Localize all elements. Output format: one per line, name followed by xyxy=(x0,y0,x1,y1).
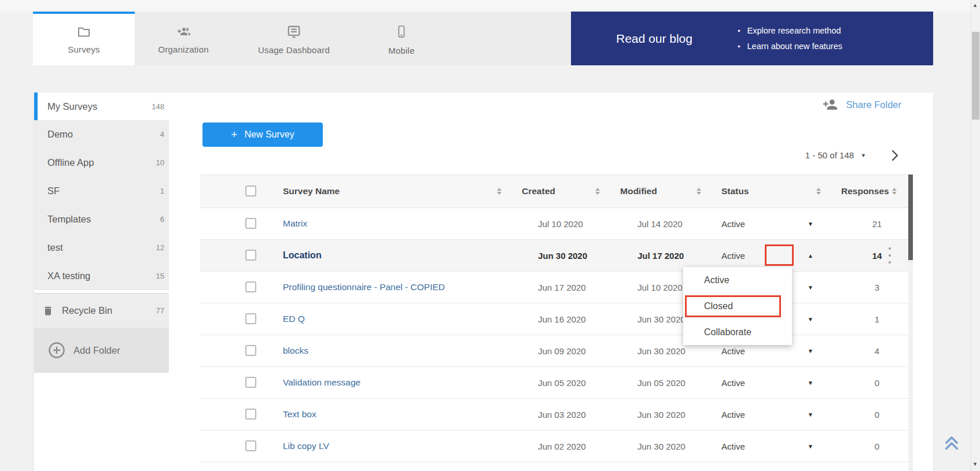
responses-count: 0 xyxy=(842,410,912,420)
next-page-button[interactable] xyxy=(890,149,900,164)
double-chevron-up-icon xyxy=(942,433,961,453)
row-checkbox[interactable] xyxy=(245,218,256,229)
folder-count: 12 xyxy=(156,243,164,252)
row-actions-kebab-icon[interactable] xyxy=(885,247,894,264)
share-folder-button[interactable]: Share Folder xyxy=(822,98,901,111)
row-checkbox[interactable] xyxy=(245,440,256,451)
table-row-lib-copy-lv: Lib copy LVJun 02 2020Jun 30 2020Active▼… xyxy=(200,431,908,462)
sidebar-item-templates[interactable]: Templates 6 xyxy=(34,205,169,233)
row-checkbox[interactable] xyxy=(245,409,256,420)
responses-count: 21 xyxy=(842,219,912,229)
folder-label: Templates xyxy=(47,214,91,225)
status-option-collaborate[interactable]: Collaborate xyxy=(683,319,792,345)
caret-down-icon[interactable]: ▼ xyxy=(808,284,813,291)
pagination-range-selector[interactable]: 1 - 50 of 148 ▼ xyxy=(805,150,866,160)
caret-down-icon[interactable]: ▼ xyxy=(808,348,813,354)
tab-mobile[interactable]: Mobile xyxy=(356,12,447,65)
status-value: Active xyxy=(721,442,745,451)
tab-organization[interactable]: Organization xyxy=(135,12,232,65)
folder-count: 4 xyxy=(160,130,164,139)
back-to-top-button[interactable] xyxy=(942,433,961,455)
add-folder-label: Add Folder xyxy=(73,345,120,356)
created-date: Jun 17 2020 xyxy=(538,283,586,292)
folder-count: 15 xyxy=(156,272,164,280)
sidebar-item-sf[interactable]: SF 1 xyxy=(34,177,169,205)
browser-scrollbar-thumb[interactable] xyxy=(972,32,979,120)
row-checkbox[interactable] xyxy=(245,281,256,292)
caret-down-icon[interactable]: ▼ xyxy=(808,443,813,450)
survey-name-link[interactable]: ED Q xyxy=(283,314,305,324)
new-survey-button[interactable]: + New Survey xyxy=(202,123,323,147)
scrollbar-up-arrow-icon[interactable]: ▲ xyxy=(972,2,978,8)
survey-name-link[interactable]: Profiling questionnaire - Panel - COPIED xyxy=(283,282,445,292)
group-add-icon xyxy=(175,25,192,39)
sort-icon[interactable] xyxy=(892,188,897,195)
sidebar-item-offline-app[interactable]: Offline App 10 xyxy=(34,149,169,177)
survey-name-link[interactable]: Matrix xyxy=(283,218,307,229)
banner-title[interactable]: Read our blog xyxy=(571,32,738,46)
content-card: My Surveys 148Demo 4Offline App 10SF 1Te… xyxy=(34,92,933,471)
blog-banner[interactable]: Read our blog Explore research methodLea… xyxy=(571,12,933,65)
tab-label: Organization xyxy=(158,44,208,54)
status-value: Active xyxy=(721,251,745,261)
row-checkbox[interactable] xyxy=(245,250,256,261)
row-checkbox[interactable] xyxy=(245,377,256,388)
table-header-row: Survey Name Created Modified Status Resp… xyxy=(200,175,908,208)
status-option-active[interactable]: Active xyxy=(683,267,792,293)
tab-usage-dashboard[interactable]: Usage Dashboard xyxy=(232,12,356,65)
modified-date: Jul 10 2020 xyxy=(638,283,683,292)
survey-name-link[interactable]: Lib copy LV xyxy=(283,441,329,451)
tab-surveys[interactable]: Surveys xyxy=(33,12,135,65)
sidebar-item-demo[interactable]: Demo 4 xyxy=(34,120,169,149)
topbar-spacer xyxy=(447,12,571,65)
select-all-checkbox[interactable] xyxy=(245,186,256,196)
caret-down-icon[interactable]: ▼ xyxy=(808,380,813,386)
folder-count: 1 xyxy=(160,187,164,195)
sort-icon[interactable] xyxy=(595,188,600,195)
new-survey-label: New Survey xyxy=(244,129,294,140)
caret-down-icon[interactable]: ▼ xyxy=(808,411,813,418)
folder-label: Demo xyxy=(47,129,73,140)
survey-name-link[interactable]: blocks xyxy=(283,346,308,356)
responses-count: 0 xyxy=(842,378,912,388)
modified-date: Jun 30 2020 xyxy=(638,314,686,324)
sort-icon[interactable] xyxy=(497,188,502,195)
add-folder-button[interactable]: Add Folder xyxy=(34,328,169,373)
top-tabs: Surveys Organization Usage Dashboard Mob… xyxy=(33,12,447,65)
sidebar-item-recycle-bin[interactable]: Recycle Bin 77 xyxy=(34,293,169,328)
survey-name-link[interactable]: Text box xyxy=(283,409,316,420)
tab-label: Usage Dashboard xyxy=(258,45,330,55)
survey-name-link[interactable]: Validation message xyxy=(283,377,360,388)
row-checkbox[interactable] xyxy=(245,313,256,324)
caret-up-icon[interactable]: ▲ xyxy=(808,253,813,259)
column-header-modified[interactable]: Modified xyxy=(620,186,657,196)
column-header-created[interactable]: Created xyxy=(522,186,555,196)
survey-name-link[interactable]: Location xyxy=(283,250,322,261)
created-date: Jun 16 2020 xyxy=(538,314,586,324)
column-header-responses[interactable]: Responses xyxy=(841,186,889,196)
caret-down-icon: ▼ xyxy=(861,153,866,158)
person-add-icon xyxy=(822,98,838,111)
caret-down-icon[interactable]: ▼ xyxy=(808,221,813,227)
banner-bullet: Explore research method xyxy=(738,23,842,39)
folder-count: 10 xyxy=(156,158,164,167)
table-scrollbar-thumb[interactable] xyxy=(908,175,913,260)
caret-down-icon[interactable]: ▼ xyxy=(808,316,813,322)
tab-label: Mobile xyxy=(388,46,414,55)
survey-table: Survey Name Created Modified Status Resp… xyxy=(200,175,908,471)
column-header-survey-name[interactable]: Survey Name xyxy=(283,186,340,196)
sort-icon[interactable] xyxy=(816,188,821,195)
sidebar-item-xa-testing[interactable]: XA testing 15 xyxy=(34,262,169,290)
modified-date: Jun 30 2020 xyxy=(638,442,686,451)
chevron-right-icon xyxy=(890,149,900,162)
column-header-status[interactable]: Status xyxy=(721,186,749,196)
table-row-validation-message: Validation messageJun 05 2020Jun 05 2020… xyxy=(200,367,908,399)
row-checkbox[interactable] xyxy=(245,345,256,356)
status-option-closed[interactable]: Closed xyxy=(683,293,792,319)
scrollbar-down-arrow-icon[interactable]: ▼ xyxy=(972,461,978,467)
sidebar-item-test[interactable]: test 12 xyxy=(34,233,169,262)
sidebar-item-my-surveys[interactable]: My Surveys 148 xyxy=(34,92,169,120)
sort-icon[interactable] xyxy=(697,188,701,195)
recycle-bin-count: 77 xyxy=(156,306,164,315)
top-nav: Surveys Organization Usage Dashboard Mob… xyxy=(33,12,933,65)
